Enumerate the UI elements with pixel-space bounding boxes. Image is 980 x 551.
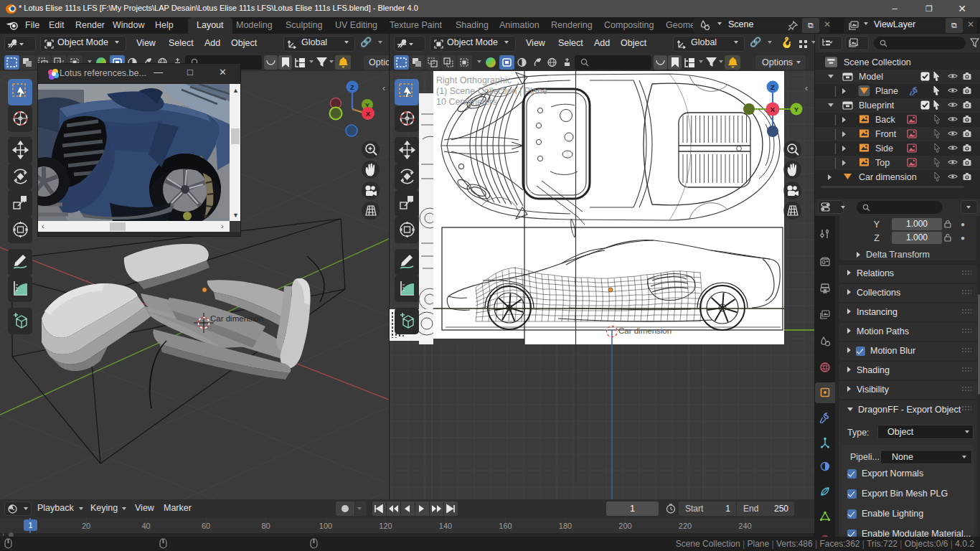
svg-text:X: X (366, 110, 371, 118)
svg-text:Right Orthographic: Right Orthographic (436, 75, 512, 85)
svg-text:Y: Y (794, 105, 799, 113)
svg-text:Car dimension: Car dimension (618, 326, 672, 335)
svg-text:(1) Scene Collection | Plane: (1) Scene Collection | Plane (436, 86, 547, 96)
svg-text:Z: Z (771, 83, 775, 91)
svg-text:10 Centimeters: 10 Centimeters (436, 97, 497, 107)
svg-text:Z: Z (350, 83, 354, 91)
svg-text:Car dimension: Car dimension (210, 314, 263, 323)
svg-text:X: X (771, 105, 776, 113)
